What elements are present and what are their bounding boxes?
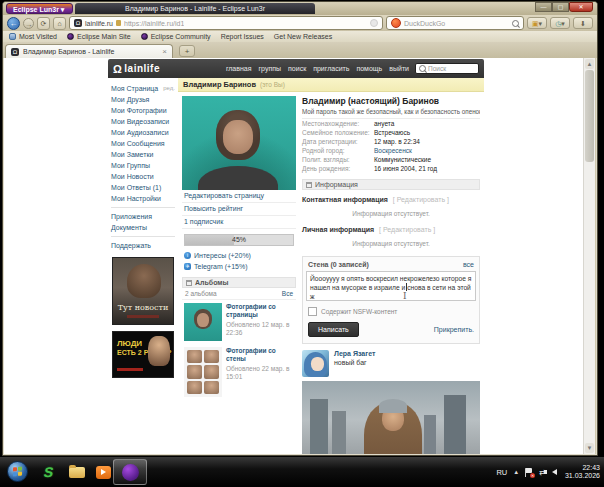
nav-help[interactable]: помощь bbox=[356, 65, 382, 72]
album-title[interactable]: Фотографии со страницы bbox=[226, 303, 294, 319]
attach-link[interactable]: Прикрепить. bbox=[434, 326, 474, 333]
information-section-header[interactable]: Информация bbox=[302, 179, 480, 190]
post-button[interactable]: Написать bbox=[308, 322, 359, 337]
personal-info-header: Личная информация [ Редактировать ] bbox=[302, 226, 480, 233]
tab-close-icon[interactable]: × bbox=[162, 47, 167, 56]
back-button[interactable]: ← bbox=[7, 17, 20, 30]
scrollbar-thumb[interactable] bbox=[585, 70, 594, 162]
subscribers-link[interactable]: 1 подписчик bbox=[182, 216, 296, 229]
volume-icon[interactable] bbox=[552, 469, 557, 475]
forward-button[interactable]: → bbox=[23, 18, 34, 29]
active-tab[interactable]: Ω Владимир Баринов - Lainlife × bbox=[5, 44, 173, 58]
profile-photo[interactable] bbox=[182, 96, 296, 190]
system-tray: RU ▲ ✕ ⇄ 22:43 31.03.2026 bbox=[496, 457, 600, 487]
tray-expand-arrow[interactable]: ▲ bbox=[513, 469, 519, 475]
album-title[interactable]: Фотографии со стены bbox=[226, 347, 294, 363]
home-button[interactable]: ⌂ bbox=[53, 17, 66, 30]
new-tab-button[interactable]: + bbox=[179, 45, 195, 57]
sidebar-item-messages[interactable]: Мои Сообщения bbox=[111, 138, 175, 149]
edit-personal-link[interactable]: [ Редактировать ] bbox=[379, 226, 435, 233]
search-icon[interactable] bbox=[512, 20, 519, 27]
thumb-face bbox=[197, 313, 209, 327]
album-item[interactable]: Фотографии со стены Обновлено 22 мар. в … bbox=[182, 344, 296, 400]
album-thumbnail[interactable] bbox=[184, 303, 222, 341]
interests-boost-link[interactable]: i Интересы (+20%) bbox=[182, 250, 296, 261]
web-search-placeholder[interactable]: DuckDuckGo bbox=[404, 20, 509, 27]
sidebar-item-support[interactable]: Поддержать bbox=[111, 240, 175, 251]
taskbar-clock[interactable]: 22:43 31.03.2026 bbox=[565, 464, 600, 480]
app-menu-button[interactable]: Eclipse Lun3r ▾ bbox=[6, 3, 73, 14]
duckduckgo-icon[interactable] bbox=[391, 18, 401, 28]
start-button[interactable] bbox=[7, 461, 28, 482]
telegram-boost-link[interactable]: ✈ Telegram (+15%) bbox=[182, 261, 296, 272]
url-bar[interactable]: Ω lainlife.ru https://lainlife.ru/id1 bbox=[69, 16, 383, 30]
scroll-down-arrow[interactable]: ▼ bbox=[585, 443, 594, 453]
action-center-icon[interactable]: ✕ bbox=[525, 468, 533, 477]
taskbar-app-snake[interactable]: S bbox=[36, 461, 62, 483]
bookmark-star-icon[interactable] bbox=[370, 19, 378, 27]
bookmark-get-new-releases[interactable]: Get New Releases bbox=[274, 33, 332, 40]
site-logo[interactable]: Ω lainlife bbox=[113, 63, 160, 75]
sidebar-item-videos[interactable]: Мои Видеозаписи bbox=[111, 116, 175, 127]
wall-post-textarea[interactable]: Йоооуууу я опять воскресил некрожелезо к… bbox=[306, 271, 476, 301]
bookmark-eclipse-main-site[interactable]: Eclipse Main Site bbox=[67, 33, 131, 40]
sidebar-item-my-page[interactable]: Моя Страница ред. bbox=[111, 83, 175, 94]
nav-search[interactable]: поиск bbox=[288, 65, 306, 72]
sidebar-item-notes[interactable]: Мои Заметки bbox=[111, 149, 175, 160]
albums-all-link[interactable]: Все bbox=[282, 290, 293, 297]
sidebar-item-news[interactable]: Мои Новости bbox=[111, 171, 175, 182]
donate-banner-image[interactable]: ЛЮДИ ЕСТЬ 2 РУБЛЯ? bbox=[112, 331, 174, 378]
post-author-avatar[interactable] bbox=[302, 350, 329, 377]
albums-section-header[interactable]: Альбомы bbox=[182, 277, 296, 288]
bookmarks-menu-button[interactable]: ▣▾ bbox=[527, 17, 547, 29]
sidebar-item-photos[interactable]: Мои Фотографии bbox=[111, 105, 175, 116]
sidebar-item-groups[interactable]: Мои Группы bbox=[111, 160, 175, 171]
detail-row: День рождения:16 июня 2004, 21 год bbox=[302, 164, 480, 173]
download-button[interactable]: ⬇ bbox=[573, 17, 593, 29]
taskbar-eclipse-browser-active[interactable] bbox=[113, 459, 147, 485]
sidebar-item-audio[interactable]: Мои Аудиозаписи bbox=[111, 127, 175, 138]
post-image[interactable] bbox=[302, 381, 480, 454]
wall-all-link[interactable]: все bbox=[463, 261, 474, 268]
nav-logout[interactable]: выйти bbox=[389, 65, 409, 72]
edit-page-button[interactable]: Редактировать страницу bbox=[182, 190, 296, 203]
bookmark-report-issues[interactable]: Report Issues bbox=[221, 33, 264, 40]
album-item[interactable]: Фотографии со страницы Обновлено 12 мар.… bbox=[182, 300, 296, 344]
maximize-button[interactable]: ▢ bbox=[552, 2, 569, 12]
nav-home[interactable]: главная bbox=[226, 65, 252, 72]
sidebar-item-documents[interactable]: Документы bbox=[111, 222, 175, 233]
sidebar-item-friends[interactable]: Мои Друзья bbox=[111, 94, 175, 105]
profile-status[interactable]: Мой пароль такой же безопасный, как и бе… bbox=[302, 106, 480, 119]
hometown-link[interactable]: Воскресенск bbox=[374, 146, 412, 155]
url-text[interactable]: https://lainlife.ru/id1 bbox=[124, 20, 184, 27]
site-search-input[interactable]: Поиск bbox=[415, 63, 479, 74]
close-button[interactable]: ✕ bbox=[569, 2, 593, 12]
history-menu-button[interactable]: ◷▾ bbox=[550, 17, 570, 29]
site-nav: главная группы поиск пригласить помощь в… bbox=[226, 65, 409, 72]
site-favicon: Ω bbox=[74, 19, 82, 27]
minimize-button[interactable]: — bbox=[535, 2, 552, 12]
page-scrollbar[interactable]: ▲ ▼ bbox=[583, 58, 595, 454]
language-indicator[interactable]: RU bbox=[496, 468, 507, 477]
edit-page-link[interactable]: ред. bbox=[163, 83, 175, 94]
sidebar-item-apps[interactable]: Приложения bbox=[111, 211, 175, 222]
nsfw-checkbox[interactable] bbox=[308, 307, 317, 316]
scroll-up-arrow[interactable]: ▲ bbox=[585, 59, 594, 69]
taskbar-explorer[interactable] bbox=[64, 461, 90, 483]
post-author-link[interactable]: Лера Язагет bbox=[334, 350, 375, 357]
bookmark-most-visited[interactable]: Most Visited bbox=[9, 33, 57, 40]
nsfw-checkbox-row[interactable]: Содержит NSFW-контент bbox=[308, 307, 474, 316]
news-banner-image[interactable]: Тут новости bbox=[112, 257, 174, 325]
nav-invite[interactable]: пригласить bbox=[313, 65, 349, 72]
album-thumbnail[interactable] bbox=[184, 347, 222, 397]
web-search-bar[interactable]: DuckDuckGo bbox=[386, 16, 524, 30]
raise-rating-button[interactable]: Повысить рейтинг bbox=[182, 203, 296, 216]
folder-icon bbox=[9, 33, 16, 40]
nav-groups[interactable]: группы bbox=[259, 65, 281, 72]
bookmark-eclipse-community[interactable]: Eclipse Community bbox=[141, 33, 211, 40]
edit-contact-link[interactable]: [ Редактировать ] bbox=[393, 196, 449, 203]
sidebar-item-settings[interactable]: Мои Настройки bbox=[111, 193, 175, 204]
sidebar-item-answers[interactable]: Мои Ответы (1) bbox=[111, 182, 175, 193]
site-identity-chip[interactable]: lainlife.ru bbox=[85, 20, 113, 27]
refresh-button[interactable]: ⟳ bbox=[37, 17, 50, 30]
